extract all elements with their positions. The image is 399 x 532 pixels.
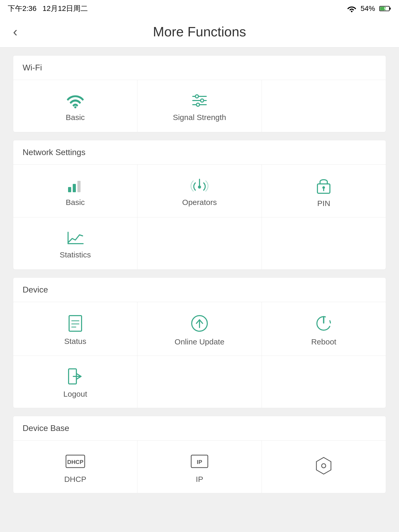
wifi-empty-cell	[262, 80, 386, 132]
base-ip-cell[interactable]: IP IP	[137, 441, 262, 493]
base-ip-label: IP	[196, 475, 203, 484]
svg-text:DHCP: DHCP	[67, 459, 83, 465]
online-update-icon	[190, 314, 209, 333]
svg-text:IP: IP	[197, 459, 202, 465]
svg-point-10	[196, 103, 200, 106]
wifi-basic-cell[interactable]: Basic	[13, 80, 137, 132]
lock-icon	[316, 177, 331, 194]
dev-update-label: Online Update	[175, 337, 224, 346]
base-dhcp-cell[interactable]: DHCP DHCP	[13, 441, 137, 493]
chart-icon	[66, 230, 85, 246]
device-row-2: Logout	[13, 356, 386, 408]
dev-logout-label: Logout	[63, 390, 87, 398]
device-section: Device Status	[13, 277, 386, 408]
wifi-section-header: Wi-Fi	[13, 56, 386, 80]
net-basic-label: Basic	[66, 198, 85, 207]
status-right: 54%	[347, 4, 391, 13]
device-base-header: Device Base	[13, 416, 386, 441]
base-dhcp-label: DHCP	[64, 475, 86, 484]
wifi-section: Wi-Fi Basic	[13, 55, 386, 132]
network-row-2: Statistics	[13, 217, 386, 269]
dev-update-cell[interactable]: Online Update	[137, 302, 262, 356]
dev-logout-cell[interactable]: Logout	[13, 356, 137, 408]
network-settings-header: Network Settings	[13, 140, 386, 165]
wifi-icon	[66, 93, 85, 108]
logout-icon	[68, 368, 83, 385]
ip-icon: IP	[190, 453, 209, 470]
signal-bars-icon	[66, 178, 85, 193]
net-statistics-cell[interactable]: Statistics	[13, 217, 137, 269]
wifi-status-icon	[347, 5, 356, 12]
net-operators-label: Operators	[182, 198, 217, 207]
device-base-section: Device Base DHCP DHCP IP	[13, 416, 386, 493]
device-base-row-1: DHCP DHCP IP IP	[13, 441, 386, 493]
back-button[interactable]: ‹	[13, 25, 17, 38]
svg-rect-3	[389, 8, 391, 10]
net-statistics-label: Statistics	[60, 250, 91, 259]
status-doc-icon	[68, 315, 83, 332]
dev-empty-1	[137, 356, 262, 408]
svg-rect-11	[68, 187, 71, 192]
status-bar: 下午2:36 12月12日周二 54%	[0, 0, 399, 16]
net-pin-label: PIN	[317, 199, 330, 208]
net-empty-1	[137, 217, 262, 269]
svg-marker-35	[316, 457, 331, 474]
dev-reboot-cell[interactable]: Reboot	[262, 302, 386, 356]
dev-status-cell[interactable]: Status	[13, 302, 137, 356]
device-row-1: Status Online Update	[13, 302, 386, 356]
main-content: Wi-Fi Basic	[0, 48, 399, 501]
dev-empty-2	[262, 356, 386, 408]
net-pin-cell[interactable]: PIN	[262, 165, 386, 217]
battery-icon	[379, 5, 391, 12]
status-time-date: 下午2:36 12月12日周二	[8, 4, 88, 14]
sliders-icon	[190, 93, 209, 108]
network-row-1: Basic Operators	[13, 165, 386, 217]
net-operators-cell[interactable]: Operators	[137, 165, 262, 217]
hex-icon	[314, 456, 333, 475]
page-title: More Functions	[13, 24, 386, 39]
svg-rect-21	[69, 316, 82, 331]
wifi-signal-cell[interactable]: Signal Strength	[137, 80, 262, 132]
svg-point-36	[322, 464, 326, 468]
battery-percent: 54%	[361, 4, 375, 13]
device-section-header: Device	[13, 278, 386, 302]
svg-point-0	[351, 11, 353, 12]
header: ‹ More Functions	[0, 16, 399, 48]
svg-point-8	[195, 95, 198, 98]
network-settings-section: Network Settings Basic	[13, 140, 386, 270]
svg-point-4	[74, 106, 76, 108]
wifi-row-1: Basic Signal Strength	[13, 80, 386, 132]
dhcp-icon: DHCP	[65, 453, 86, 470]
svg-rect-13	[77, 181, 81, 192]
wifi-signal-label: Signal Strength	[173, 113, 226, 122]
net-empty-2	[262, 217, 386, 269]
dev-reboot-label: Reboot	[311, 337, 336, 346]
svg-rect-12	[73, 184, 76, 192]
net-basic-cell[interactable]: Basic	[13, 165, 137, 217]
svg-point-9	[201, 99, 204, 102]
base-hex-cell[interactable]	[262, 441, 386, 493]
wifi-basic-label: Basic	[66, 113, 85, 122]
power-icon	[314, 314, 333, 333]
dev-status-label: Status	[64, 337, 86, 346]
radio-waves-icon	[190, 178, 209, 193]
